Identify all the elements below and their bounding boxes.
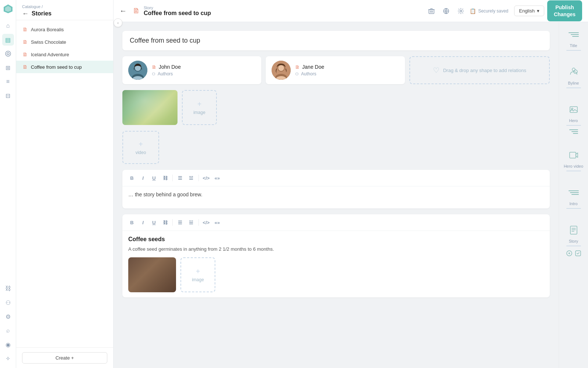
svg-point-0 (6, 51, 11, 56)
hero-video-divider (566, 171, 581, 171)
plus-icon-story: + (196, 267, 200, 276)
settings-button[interactable] (455, 5, 467, 17)
home-icon[interactable]: ⌂ (2, 20, 14, 32)
saved-status: 📋 Securely saved (470, 8, 508, 14)
add-relation-card[interactable]: ♡ Drag & drop any shape to add relations (409, 56, 550, 84)
delete-button[interactable] (426, 5, 437, 17)
underline-button[interactable]: U (149, 173, 159, 183)
author-card-jane[interactable]: 🗎 Jane Doe ⚇ Authors (266, 56, 405, 84)
story-toolbar: B I U ⛓ ☰ ☱ </> «» (122, 214, 550, 231)
main-area: ← 🗎 Story Coffee from seed to cup 📋 Secu… (114, 0, 588, 368)
topbar-actions: 📋 Securely saved English ▾ PublishChange… (426, 0, 582, 21)
content-scroll: 🗎 John Doe ⚇ Authors (114, 22, 559, 368)
story-list-ol-button[interactable]: ☱ (186, 217, 196, 228)
topbar-story-label: Story (144, 6, 211, 10)
code-button[interactable]: </> (201, 173, 211, 183)
story-code-button[interactable]: </> (201, 217, 211, 228)
story-bold-button[interactable]: B (127, 217, 137, 228)
title-panel-item[interactable]: Title (559, 28, 588, 51)
author-story-icon-2: 🗎 (295, 64, 300, 70)
intro-panel-item[interactable]: Intro (559, 186, 588, 209)
svg-rect-18 (570, 226, 577, 234)
sidebar-item-coffee[interactable]: 🗎 Coffee from seed to cup (16, 61, 113, 73)
hero-panel-item[interactable]: Hero (559, 103, 588, 134)
add-relation-text: Drag & drop any shape to add relations (443, 68, 526, 73)
story-list-ul-button[interactable]: ☰ (175, 217, 185, 228)
sidebar-collapse-button[interactable]: ‹ (114, 18, 122, 27)
hero-video-panel-icon (567, 149, 580, 162)
hero-panel-label: Hero (569, 118, 578, 123)
italic-button[interactable]: I (138, 173, 148, 183)
author-card-john[interactable]: 🗎 John Doe ⚇ Authors (122, 56, 261, 84)
byline-panel-label: Byline (568, 81, 579, 85)
topbar-story-name: Coffee from seed to cup (144, 10, 211, 17)
story-heading: Coffee seeds (128, 236, 544, 243)
sidebar-item-iceland-adventure[interactable]: 🗎 Iceland Adventure (16, 48, 113, 61)
config-icon[interactable]: ✧ (2, 353, 14, 364)
story-panel-item[interactable]: Story (559, 224, 588, 257)
author-role-icon-2: ⚇ (295, 72, 299, 76)
svg-rect-17 (570, 152, 576, 158)
intro-toolbar: B I U ⛓ ☰ ☱ </> «» (122, 170, 550, 186)
intro-panel-icon (567, 186, 580, 199)
story-icon: 🗎 (22, 64, 28, 70)
list-ul-button[interactable]: ☰ (175, 173, 185, 183)
hero-image-placeholder[interactable]: + image (182, 90, 217, 125)
svg-point-13 (278, 65, 284, 71)
sidebar-footer: Create + (16, 347, 113, 368)
publish-button[interactable]: PublishChanges (547, 0, 582, 21)
hero-divider (566, 125, 581, 126)
list-icon[interactable]: ≡ (2, 76, 14, 87)
connections-icon[interactable] (2, 48, 14, 60)
saved-icon: 📋 (470, 8, 476, 14)
title-divider (566, 50, 581, 51)
people-icon[interactable]: ⚇ (2, 297, 14, 308)
link-button[interactable]: ⛓ (160, 173, 170, 183)
chevron-down-icon: ▾ (537, 8, 539, 14)
story-underline-button[interactable]: U (149, 217, 159, 228)
sidebar-item-swiss-chocolate[interactable]: 🗎 Swiss Chocolate (16, 36, 113, 48)
story-link-button[interactable]: ⛓ (160, 217, 170, 228)
stories-icon[interactable]: ▤ (2, 34, 14, 46)
byline-divider (566, 87, 581, 88)
gear-icon[interactable]: ⚙ (2, 311, 14, 322)
story-body: A coffee seed germinates in anything fro… (128, 246, 544, 253)
topbar-back-button[interactable]: ← (119, 7, 127, 15)
title-input[interactable] (130, 37, 542, 44)
intro-editor: B I U ⛓ ☰ ☱ </> «» … the story behind a … (122, 170, 550, 208)
search-icon[interactable]: ⌕ (2, 325, 14, 336)
story-quote-button[interactable]: «» (212, 217, 222, 228)
link-icon[interactable]: ⛓ (2, 283, 14, 294)
create-button[interactable]: Create + (22, 352, 107, 364)
saved-status-text: Securely saved (478, 8, 508, 14)
author-avatar-jane (272, 61, 291, 80)
quote-button[interactable]: «» (212, 173, 222, 183)
grid-icon[interactable]: ⊞ (2, 62, 14, 74)
book-icon[interactable]: ⊟ (2, 90, 14, 101)
language-dropdown[interactable]: English ▾ (514, 6, 544, 16)
list-ol-button[interactable]: ☱ (186, 173, 196, 183)
story-panel-icon (567, 224, 580, 237)
preview-button[interactable] (440, 5, 452, 17)
video-placeholder-label: video (136, 150, 146, 155)
hero-video-panel-item[interactable]: Hero video (559, 149, 588, 171)
bold-button[interactable]: B (127, 173, 137, 183)
plus-icon: + (197, 100, 202, 108)
sidebar-back-button[interactable]: ← (22, 10, 29, 17)
intro-content[interactable]: … the story behind a good brew. (122, 186, 550, 208)
story-icon: 🗎 (22, 39, 28, 45)
topbar-story-info: 🗎 Story Coffee from seed to cup (133, 6, 421, 17)
story-content[interactable]: Coffee seeds A coffee seed germinates in… (122, 231, 550, 297)
story-divider (566, 246, 581, 246)
byline-panel-item[interactable]: Byline (559, 65, 588, 88)
video-placeholder[interactable]: + video (122, 131, 159, 164)
sidebar-item-aurora-borealis[interactable]: 🗎 Aurora Borealis (16, 23, 113, 36)
hero-video-panel-label: Hero video (564, 164, 583, 168)
author-story-icon: 🗎 (152, 64, 157, 70)
story-image-placeholder[interactable]: + image (180, 257, 215, 292)
story-italic-button[interactable]: I (138, 217, 148, 228)
intro-divider (566, 208, 581, 209)
camera-icon[interactable]: ◉ (2, 339, 14, 350)
byline-panel-icon (567, 65, 580, 79)
hero-image (122, 90, 178, 125)
